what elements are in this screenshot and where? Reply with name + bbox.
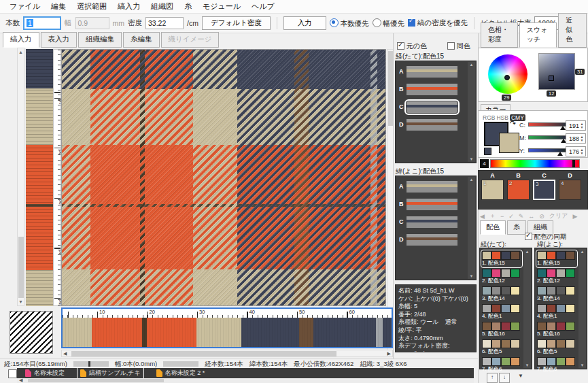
scroll-down-icon[interactable]: ▼ (523, 363, 531, 367)
palette-chip[interactable] (547, 304, 556, 313)
list-scrollbar[interactable]: ▲▼ (578, 249, 586, 368)
palette-item[interactable]: 1. 配色15 (537, 251, 576, 267)
palette-item[interactable]: 5. 配色16 (482, 322, 521, 337)
palette-chip[interactable] (537, 251, 547, 260)
warp-palette-list[interactable]: 1. 配色152. 配色123. 配色144. 配色15. 配色166. 配色5… (479, 248, 532, 369)
yarn-strip-vertical-scrollbar[interactable]: ▲ ▼ (17, 48, 24, 306)
tab-組織編集[interactable]: 組織編集 (78, 32, 122, 48)
yarn-row-B[interactable] (407, 199, 457, 210)
palette-chip[interactable] (482, 357, 491, 366)
yarn-row-C[interactable] (407, 101, 457, 113)
tool-icon-◀[interactable]: ◀ (480, 213, 485, 220)
yarn-row-A[interactable] (407, 66, 457, 78)
palette-chip[interactable] (501, 251, 511, 260)
palette-chip[interactable] (566, 269, 575, 278)
palette-chip[interactable] (556, 251, 566, 260)
palette-chip[interactable] (556, 269, 566, 278)
color-tab-近似色[interactable]: 近似色 (558, 13, 587, 48)
palette-chip[interactable] (482, 339, 491, 348)
palette-chip[interactable] (511, 357, 520, 366)
menu-item-モジュール[interactable]: モジュール (197, 0, 246, 13)
tool-icon-⊘[interactable]: ⊘ (539, 213, 544, 220)
palette-item[interactable]: 7. 配色6 (537, 357, 576, 373)
palette-chip[interactable] (547, 269, 556, 278)
tool-icon-✎[interactable]: ✎ (519, 213, 524, 220)
weft-yarn-strip[interactable] (63, 318, 392, 347)
swap-colors-icon[interactable]: ↷ (510, 119, 516, 128)
document-tab[interactable]: 名称未設定 2 * (154, 368, 208, 378)
menu-item-編集[interactable]: 編集 (46, 0, 71, 13)
color-tab-スウォッチ[interactable]: スウォッチ (519, 22, 557, 48)
wheel-marker[interactable] (504, 75, 510, 80)
color-wheel[interactable] (488, 54, 528, 94)
palette-chip[interactable] (491, 304, 501, 313)
scrollbar-thumb[interactable] (28, 379, 164, 382)
move-down-button[interactable]: ↓ (499, 373, 510, 383)
yarn-row-C[interactable] (407, 216, 457, 228)
menu-item-ヘルプ[interactable]: ヘルプ (246, 0, 280, 13)
palette-chip[interactable] (547, 339, 556, 348)
more-options-icon[interactable]: ▼ (518, 373, 523, 379)
palette-chip[interactable] (501, 339, 511, 348)
scroll-down-icon[interactable]: ▼ (468, 274, 475, 278)
weave-hatch-swatch[interactable] (10, 311, 53, 354)
tool-icon-✓[interactable]: ✓ (508, 213, 514, 220)
scroll-down-icon[interactable]: ▼ (578, 363, 586, 367)
palette-item[interactable]: 4. 配色1 (537, 304, 576, 320)
spinner-arrows-icon[interactable]: ▲▼ (579, 121, 585, 130)
palette-chip[interactable] (482, 304, 491, 313)
sb-marker[interactable] (549, 76, 554, 81)
palette-chip[interactable] (482, 322, 491, 331)
palette-chip[interactable] (537, 339, 547, 348)
original-color-checkbox[interactable]: 元の色 (397, 41, 427, 51)
hue-marker[interactable] (572, 160, 575, 167)
yarn-row-D[interactable] (407, 119, 457, 131)
palette-chip[interactable] (537, 357, 547, 366)
palette-chip[interactable] (547, 251, 556, 260)
palette-chip[interactable] (556, 357, 566, 366)
yarn-row-D[interactable] (407, 234, 457, 246)
color-tab-色相・彩度[interactable]: 色相・彩度 (481, 22, 518, 48)
spinner-arrows-icon[interactable]: ▲▼ (579, 147, 585, 156)
palette-item[interactable]: 2. 配色12 (482, 269, 521, 284)
hue-bar[interactable] (490, 159, 580, 168)
list-scrollbar[interactable]: ▲▼ (523, 249, 531, 368)
palette-chip[interactable] (511, 339, 520, 348)
list-scrollbar[interactable]: ▲▼ (468, 177, 475, 279)
palette-chip[interactable] (556, 339, 566, 348)
palette-chip[interactable] (566, 286, 575, 295)
yarn-row-A[interactable] (407, 181, 457, 193)
swatch-1[interactable]: 1 (481, 180, 504, 200)
count-input[interactable]: 1 (23, 16, 61, 30)
palette-chip[interactable] (482, 251, 491, 260)
scroll-left-icon[interactable]: ◀ (63, 351, 67, 356)
spinner-arrows-icon[interactable]: ▲▼ (579, 134, 585, 143)
palette-chip[interactable] (537, 286, 547, 295)
move-up-button[interactable]: ↑ (487, 373, 498, 383)
weft-yarn-list[interactable]: ABCD▲▼ (395, 176, 477, 280)
palette-chip[interactable] (511, 286, 520, 295)
document-tab[interactable]: 名称未設定 (22, 368, 67, 378)
palette-item[interactable]: 7. 配色6 (482, 357, 521, 373)
palette-chip[interactable] (491, 339, 501, 348)
scroll-left-icon[interactable]: ◀ (19, 378, 22, 383)
swatch-4[interactable]: 4 (559, 180, 581, 200)
scroll-up-icon[interactable]: ▲ (523, 250, 531, 254)
slider-track[interactable] (528, 148, 570, 152)
swatch-grid[interactable]: ABCD1234 (478, 170, 588, 210)
palette-item[interactable]: 5. 配色16 (537, 322, 576, 337)
document-tab[interactable]: 縞柄サンプル,チキ (77, 367, 144, 379)
palette-tab-糸[interactable]: 糸 (507, 220, 526, 235)
menu-item-選択範囲[interactable]: 選択範囲 (71, 0, 112, 13)
palette-chip[interactable] (566, 339, 575, 348)
menu-item-糸[interactable]: 糸 (179, 0, 197, 13)
tool-icon-−[interactable]: − (500, 213, 504, 220)
count-priority-radio[interactable]: 本数優先 (330, 18, 369, 29)
scroll-up-icon[interactable]: ▲ (18, 50, 24, 54)
tab-表入力[interactable]: 表入力 (41, 32, 77, 48)
palette-item[interactable]: 2. 配色12 (537, 269, 576, 284)
slider-handle[interactable] (557, 152, 563, 156)
yarn-row-B[interactable] (407, 84, 457, 95)
density-input[interactable]: 33.22 (145, 17, 184, 29)
palette-chip[interactable] (566, 304, 575, 313)
